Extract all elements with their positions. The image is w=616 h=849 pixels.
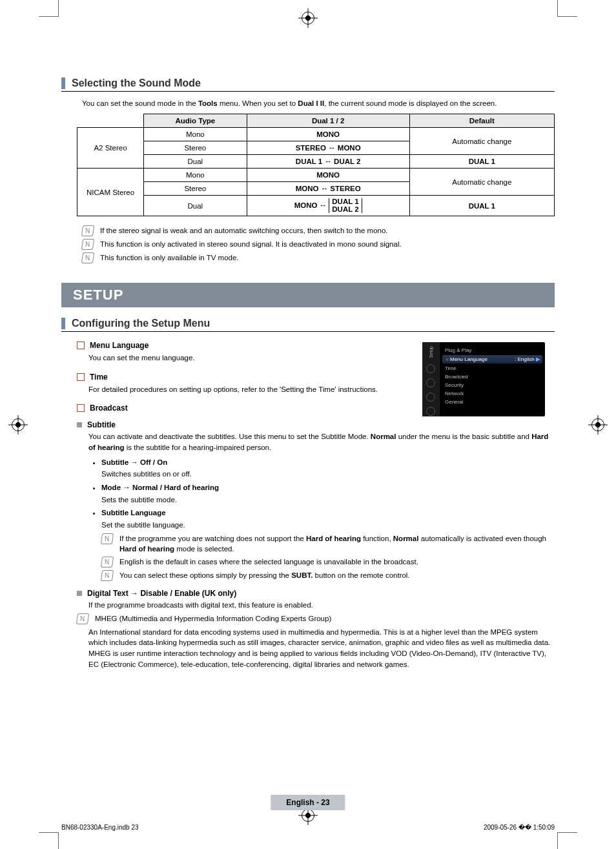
note-line: N If the stereo signal is weak and an au… — [82, 225, 555, 236]
registration-mark-icon — [12, 418, 25, 431]
crop-mark-icon — [557, 832, 577, 849]
note-line: N This function is only available in TV … — [82, 252, 555, 263]
section-intro: You can set the sound mode in the Tools … — [82, 98, 555, 108]
osd-side-label: Setup — [429, 346, 433, 358]
footer-filename: BN68-02330A-Eng.indb 23 — [61, 824, 139, 831]
registration-mark-icon — [591, 418, 604, 431]
osd-side-icon — [426, 378, 435, 387]
note-icon: N — [76, 613, 89, 624]
osd-side-icon — [426, 393, 435, 402]
list-item: Mode → Normal / Hard of hearing Sets the… — [101, 482, 555, 505]
item-desc: You can activate and deactivate the subt… — [88, 431, 555, 453]
table-header: Dual 1 / 2 — [247, 114, 409, 128]
note-icon: N — [101, 570, 114, 581]
section-heading: Selecting the Sound Mode — [61, 77, 555, 92]
note-line: N If the programme you are watching does… — [101, 533, 555, 554]
note-icon: N — [81, 239, 94, 250]
note-body: An International standard for data encod… — [88, 627, 555, 670]
note-icon: N — [101, 533, 114, 544]
square-bullet-icon — [77, 373, 85, 381]
square-bullet-icon — [77, 342, 85, 349]
crop-mark-icon — [557, 0, 577, 17]
table-row: NICAM Stereo Mono MONO Automatic change — [77, 169, 555, 182]
list-item: Subtitle Language Set the subtitle langu… — [101, 507, 555, 581]
note-line: N You can select these options simply by… — [101, 570, 555, 581]
grey-square-icon — [77, 591, 82, 596]
section-notes: N If the stereo signal is weak and an au… — [82, 225, 555, 263]
heading-text: Configuring the Setup Menu — [72, 318, 210, 329]
heading-text: Selecting the Sound Mode — [72, 77, 201, 89]
osd-row-selected: ◀Menu Language : English ▶ — [442, 355, 542, 363]
note-icon: N — [81, 225, 94, 236]
item-heading: Subtitle — [77, 420, 555, 429]
table-row: Dual DUAL 1 ↔ DUAL 2 DUAL 1 — [77, 155, 555, 169]
osd-row: Time — [445, 364, 540, 373]
osd-row: General — [445, 398, 540, 406]
note-icon: N — [101, 557, 114, 568]
bullet-list: Subtitle → Off / On Switches subtitles o… — [101, 457, 555, 581]
list-item: Subtitle → Off / On Switches subtitles o… — [101, 457, 555, 480]
chapter-banner: SETUP — [61, 283, 555, 307]
table-header: Audio Type — [144, 114, 247, 128]
note-line: N This function is only activated in ste… — [82, 239, 555, 250]
footer-timestamp: 2009-05-26 �� 1:50:09 — [484, 824, 555, 831]
osd-row: Network — [445, 389, 540, 398]
registration-mark-icon — [302, 809, 314, 822]
heading-bar-icon — [61, 77, 65, 89]
grey-square-icon — [77, 422, 82, 427]
osd-side-icon — [426, 407, 435, 416]
table-header: Default — [409, 114, 554, 128]
osd-row: Security — [445, 381, 540, 389]
item-heading: Digital Text → Disable / Enable (UK only… — [77, 589, 555, 598]
page-number: English - 23 — [271, 795, 345, 810]
table-row: A2 Stereo Mono MONO Automatic change — [77, 128, 555, 141]
heading-bar-icon — [61, 318, 65, 329]
osd-preview: Setup Plug & Play ◀Menu Language : Engli… — [422, 342, 545, 416]
crop-mark-icon — [39, 832, 59, 849]
section-heading: Configuring the Setup Menu — [61, 318, 555, 332]
osd-row: Broadcast — [445, 373, 540, 381]
osd-row: Plug & Play — [445, 346, 540, 354]
crop-mark-icon — [39, 0, 59, 17]
item-desc: If the programme broadcasts with digital… — [88, 600, 555, 611]
sound-mode-table: Audio Type Dual 1 / 2 Default A2 Stereo … — [77, 114, 555, 216]
note-line: N MHEG (Multimedia and Hypermedia Inform… — [77, 613, 555, 624]
table-row: Dual MONO ↔ DUAL 1DUAL 2 DUAL 1 — [77, 196, 555, 216]
note-icon: N — [81, 252, 94, 263]
square-bullet-icon — [77, 404, 85, 412]
osd-side-icon — [426, 364, 435, 373]
registration-mark-icon — [302, 12, 314, 25]
note-line: N English is the default in cases where … — [101, 557, 555, 568]
